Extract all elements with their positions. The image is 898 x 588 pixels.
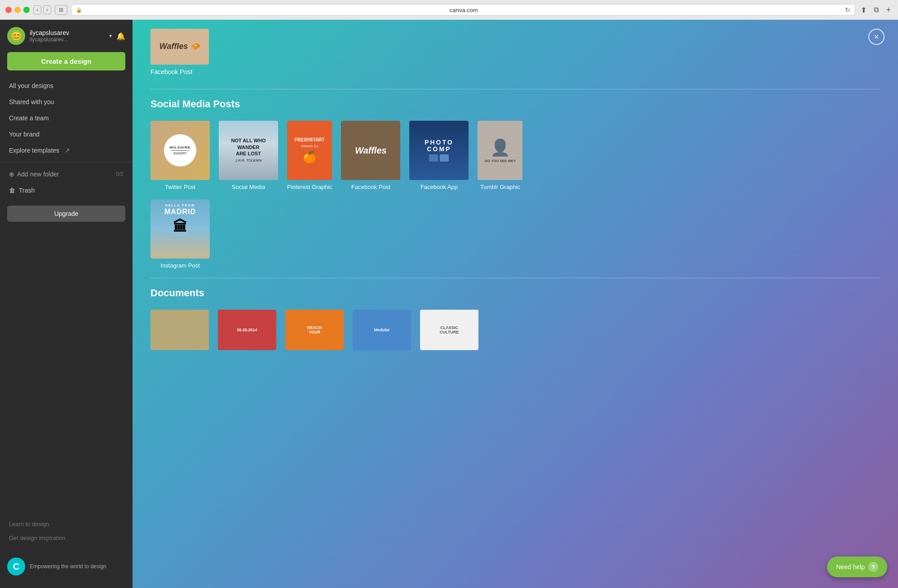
madrid-text: MADRID <box>164 207 196 216</box>
user-dropdown-icon[interactable]: ▾ <box>109 33 112 39</box>
wilshire-badge: WILSHIRE BAKERY <box>164 134 196 167</box>
address-bar[interactable]: 🔒 canva.com ↻ <box>71 4 855 16</box>
explore-arrow-icon: ↗ <box>65 147 70 154</box>
trash-icon: 🗑 <box>9 187 15 194</box>
instagram-thumb: HELLO FROM MADRID 🏛 <box>150 199 210 259</box>
documents-section: Documents 09.28.2014 REACHYOUR Modular C… <box>150 287 880 350</box>
sidebar-item-your-brand[interactable]: Your brand <box>0 126 133 142</box>
tumblr-tagline: DO YOU SEE ME? <box>485 159 516 163</box>
section-divider-1 <box>150 89 880 89</box>
browser-actions: ⬆ ⧉ + <box>859 4 893 16</box>
template-card-facebook-post[interactable]: Waffles Facebook Post <box>341 121 400 190</box>
sidebar-item-explore-templates[interactable]: Explore templates ↗ <box>0 142 133 158</box>
social-media-section: Social Media Posts WILSHIRE BAKERY Twitt… <box>150 98 880 269</box>
template-card-facebook-app[interactable]: PHOTOCOMP Facebook App <box>409 121 469 190</box>
photo-comp-text: PHOTOCOMP <box>425 139 454 153</box>
social-media-label: Social Media <box>232 184 265 190</box>
documents-title: Documents <box>150 287 880 299</box>
folder-count: 0/2 <box>116 171 124 177</box>
upgrade-button[interactable]: Upgrade <box>7 206 125 222</box>
username: ilycapslusarev <box>30 29 105 36</box>
tumblr-face: 👤 <box>490 138 510 157</box>
template-card-social[interactable]: NOT ALL WHOWANDERARE LOSTJ.R.R. Tolkien … <box>219 121 278 190</box>
sidebar-footer: Learn to design Get design inspiration <box>0 513 133 549</box>
notification-bell-icon[interactable]: 🔔 <box>116 32 125 40</box>
pinterest-text: FRESHSTARTVitamin Co <box>295 137 324 149</box>
social-media-title: Social Media Posts <box>150 98 880 110</box>
top-post-label: Facebook Post <box>150 68 192 75</box>
share-button[interactable]: ⬆ <box>859 4 868 16</box>
main-content: × Waffles 🧇 Facebook Post Social Media P… <box>133 20 898 588</box>
need-help-button[interactable]: Need help ? <box>827 557 887 577</box>
new-tab-button[interactable]: + <box>884 4 893 16</box>
learn-to-design-link[interactable]: Learn to design <box>0 517 133 531</box>
need-help-label: Need help <box>836 563 865 570</box>
sidebar-toggle-button[interactable]: ⊞ <box>55 5 67 15</box>
facebook-post-thumb: Waffles <box>341 121 400 180</box>
sidebar-item-trash[interactable]: 🗑 Trash <box>0 182 133 198</box>
create-design-button[interactable]: Create a design <box>7 52 125 70</box>
reload-button[interactable]: ↻ <box>845 6 850 13</box>
app-layout: 😊 ilycapslusarev ilycapslusarev... ▾ 🔔 C… <box>0 20 898 588</box>
traffic-lights <box>5 7 30 13</box>
your-brand-label: Your brand <box>9 131 40 138</box>
hello-from-text: HELLO FROM <box>165 204 195 207</box>
doc-card-2[interactable]: 09.28.2014 <box>218 310 276 350</box>
nav-buttons: ‹ › <box>33 5 51 14</box>
waffles-text: Waffles <box>355 145 386 156</box>
all-designs-label: All your designs <box>9 82 53 89</box>
close-button[interactable]: × <box>868 29 885 45</box>
add-folder-plus-icon: ⊕ <box>9 171 14 178</box>
pinterest-thumb: FRESHSTARTVitamin Co 🍊 <box>287 121 332 180</box>
top-facebook-post[interactable]: Waffles 🧇 Facebook Post <box>150 29 880 75</box>
template-card-tumblr[interactable]: 👤 DO YOU SEE ME? Tumblr Graphic <box>478 121 522 190</box>
facebook-app-thumb: PHOTOCOMP <box>409 121 469 180</box>
social-thumb: NOT ALL WHOWANDERARE LOSTJ.R.R. Tolkien <box>219 121 278 180</box>
browser-chrome: ‹ › ⊞ 🔒 canva.com ↻ ⬆ ⧉ + <box>0 0 898 20</box>
help-question-icon: ? <box>868 562 878 572</box>
facebook-post-label: Facebook Post <box>351 184 390 190</box>
url-text: canva.com <box>85 7 842 13</box>
minimize-traffic-light[interactable] <box>14 7 21 13</box>
doc-card-5[interactable]: CLASSICCULTURE <box>420 310 478 350</box>
forward-button[interactable]: › <box>43 5 51 14</box>
social-text: NOT ALL WHOWANDERARE LOSTJ.R.R. Tolkien <box>228 134 270 167</box>
top-post-thumb: Waffles 🧇 <box>150 29 209 65</box>
shared-label: Shared with you <box>9 98 54 105</box>
template-card-pinterest[interactable]: FRESHSTARTVitamin Co 🍊 Pinterest Graphic <box>287 121 332 190</box>
get-design-inspiration-link[interactable]: Get design inspiration <box>0 531 133 545</box>
create-team-label: Create a team <box>9 114 49 122</box>
doc-card-1[interactable] <box>150 310 209 350</box>
fullscreen-button[interactable]: ⧉ <box>872 4 880 16</box>
template-card-twitter[interactable]: WILSHIRE BAKERY Twitter Post <box>150 121 210 190</box>
nav-divider <box>0 162 133 162</box>
social-templates-grid: WILSHIRE BAKERY Twitter Post NOT ALL WHO… <box>150 121 880 190</box>
social-templates-row2: HELLO FROM MADRID 🏛 Instagram Post <box>150 199 880 269</box>
tumblr-thumb: 👤 DO YOU SEE ME? <box>478 121 522 180</box>
twitter-post-label: Twitter Post <box>165 184 195 190</box>
canva-tagline: Empowering the world to design <box>30 563 106 570</box>
sidebar-item-shared[interactable]: Shared with you <box>0 94 133 110</box>
avatar: 😊 <box>7 27 25 45</box>
explore-templates-label: Explore templates <box>9 147 59 154</box>
add-folder-button[interactable]: ⊕ Add new folder 0/2 <box>7 166 125 182</box>
folder-section: ⊕ Add new folder 0/2 <box>0 166 133 182</box>
documents-grid: 09.28.2014 REACHYOUR Modular CLASSICCULT… <box>150 310 880 350</box>
template-card-instagram[interactable]: HELLO FROM MADRID 🏛 Instagram Post <box>150 199 210 269</box>
pinterest-label: Pinterest Graphic <box>287 184 332 190</box>
doc-card-3[interactable]: REACHYOUR <box>285 310 344 350</box>
photo-icons <box>429 154 449 162</box>
sidebar: 😊 ilycapslusarev ilycapslusarev... ▾ 🔔 C… <box>0 20 133 588</box>
sidebar-item-all-designs[interactable]: All your designs <box>0 78 133 94</box>
close-traffic-light[interactable] <box>5 7 12 13</box>
lock-icon: 🔒 <box>76 7 82 13</box>
twitter-thumb: WILSHIRE BAKERY <box>150 121 210 180</box>
maximize-traffic-light[interactable] <box>23 7 30 13</box>
doc-card-4[interactable]: Modular <box>353 310 411 350</box>
facebook-app-label: Facebook App <box>420 184 458 190</box>
back-button[interactable]: ‹ <box>33 5 41 14</box>
sidebar-item-create-team[interactable]: Create a team <box>0 110 133 126</box>
trash-label: Trash <box>19 187 35 194</box>
user-section: 😊 ilycapslusarev ilycapslusarev... ▾ 🔔 <box>0 27 133 52</box>
user-info: ilycapslusarev ilycapslusarev... <box>30 29 105 43</box>
